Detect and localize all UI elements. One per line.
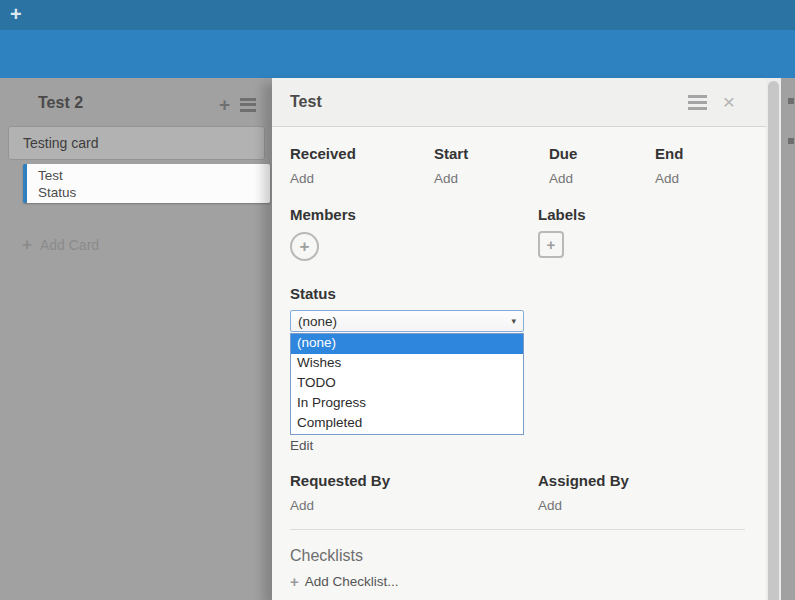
end-add-link[interactable]: Add	[655, 171, 745, 186]
status-selected-value: (none)	[298, 314, 511, 329]
card-detail-title: Test	[290, 93, 688, 111]
add-member-button[interactable]: +	[290, 232, 319, 261]
members-labels-row: Members + Labels +	[290, 206, 745, 261]
requested-assigned-row: Requested By Add Assigned By Add	[290, 472, 745, 513]
add-label-button[interactable]: +	[538, 231, 564, 258]
scrollbar-thumb[interactable]	[768, 81, 779, 600]
list-add-card-icon[interactable]: +	[219, 96, 230, 114]
minicard-line: Test	[38, 167, 270, 184]
next-list-menu-icon-cutoff	[788, 138, 794, 144]
status-select[interactable]: (none) ▾	[290, 310, 524, 332]
status-label: Status	[290, 285, 745, 302]
add-card-label: Add Card	[40, 237, 99, 253]
due-add-link[interactable]: Add	[549, 171, 655, 186]
status-edit-link[interactable]: Edit	[290, 438, 320, 453]
labels-label: Labels	[538, 206, 745, 223]
list-menu-icon[interactable]	[240, 95, 256, 114]
requested-by-add-link[interactable]: Add	[290, 498, 538, 513]
assigned-by-label: Assigned By	[538, 472, 745, 489]
start-add-link[interactable]: Add	[434, 171, 549, 186]
start-label: Start	[434, 145, 549, 162]
assigned-by-add-link[interactable]: Add	[538, 498, 745, 513]
top-navbar: +	[0, 0, 795, 30]
minicard-line: Status	[38, 184, 270, 201]
dates-row: Received Add Start Add Due Add End Add	[290, 145, 745, 186]
members-label: Members	[290, 206, 538, 223]
add-checklist-button[interactable]: + Add Checklist...	[290, 573, 745, 590]
status-options-listbox: (none) Wishes TODO In Progress Completed	[290, 333, 524, 435]
list-header-icons: +	[219, 95, 256, 114]
close-icon[interactable]: ×	[723, 94, 735, 110]
board-header-bar	[0, 30, 795, 78]
add-checklist-label: Add Checklist...	[305, 574, 399, 589]
panel-scrollbar[interactable]	[766, 78, 781, 600]
minicard-test-status-active[interactable]: Test Status	[23, 164, 270, 203]
plus-icon: +	[22, 235, 32, 255]
end-label: End	[655, 145, 745, 162]
card-detail-panel: Test × Received Add Start Add Due Add En…	[272, 78, 781, 600]
received-label: Received	[290, 145, 434, 162]
list-title[interactable]: Test 2	[38, 94, 83, 112]
add-board-icon[interactable]: +	[10, 3, 22, 26]
requested-by-label: Requested By	[290, 472, 538, 489]
checklists-label: Checklists	[290, 547, 745, 565]
card-menu-icon[interactable]	[688, 92, 707, 113]
status-option-todo[interactable]: TODO	[291, 374, 523, 394]
add-card-button[interactable]: + Add Card	[22, 235, 99, 255]
status-option-completed[interactable]: Completed	[291, 414, 523, 434]
due-label: Due	[549, 145, 655, 162]
status-option-wishes[interactable]: Wishes	[291, 354, 523, 374]
card-detail-header: Test ×	[272, 78, 781, 127]
dropdown-arrow-icon: ▾	[511, 316, 516, 326]
next-list-add-icon-cutoff	[788, 98, 794, 104]
received-add-link[interactable]: Add	[290, 171, 434, 186]
minicard-testing-card[interactable]: Testing card	[8, 126, 265, 160]
status-option-in-progress[interactable]: In Progress	[291, 394, 523, 414]
section-divider	[290, 529, 745, 530]
plus-icon: +	[300, 237, 310, 257]
minicard-title: Testing card	[23, 135, 98, 151]
plus-icon: +	[290, 573, 299, 590]
plus-icon: +	[547, 236, 556, 253]
status-option-none[interactable]: (none)	[291, 334, 523, 354]
card-detail-body: Received Add Start Add Due Add End Add M…	[272, 145, 781, 600]
